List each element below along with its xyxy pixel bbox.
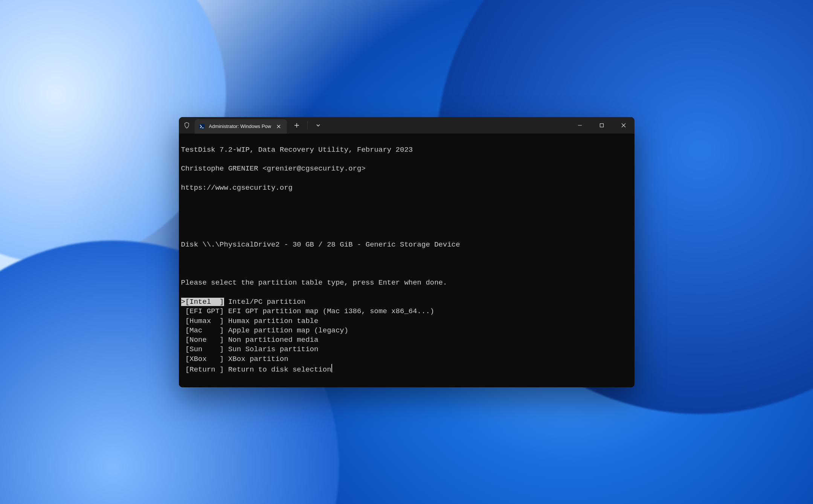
app-author: Christophe GRENIER <grenier@cgsecurity.o…: [181, 164, 632, 174]
menu-item[interactable]: [Sun ] Sun Solaris partition: [181, 345, 632, 354]
text-cursor: [331, 364, 332, 372]
terminal-viewport[interactable]: TestDisk 7.2-WIP, Data Recovery Utility,…: [179, 134, 635, 387]
new-tab-button[interactable]: [290, 119, 304, 132]
window-controls: [569, 117, 635, 134]
minimize-button[interactable]: [569, 117, 591, 134]
window-close-button[interactable]: [613, 117, 635, 134]
tab-title: Administrator: Windows Pow: [209, 123, 271, 129]
app-url: https://www.cgsecurity.org: [181, 183, 632, 193]
blank-line: [181, 202, 632, 212]
admin-shield-icon: [179, 117, 195, 134]
tabstrip-actions: [287, 117, 325, 134]
blank-line: [181, 259, 632, 269]
divider: [307, 121, 308, 129]
menu-item[interactable]: [Mac ] Apple partition map (legacy): [181, 326, 632, 335]
menu-item[interactable]: [Humax ] Humax partition table: [181, 317, 632, 326]
menu-item[interactable]: [XBox ] XBox partition: [181, 355, 632, 364]
terminal-window: Administrator: Windows Pow: [179, 117, 635, 387]
app-header: TestDisk 7.2-WIP, Data Recovery Utility,…: [181, 145, 632, 155]
tabstrip: Administrator: Windows Pow: [179, 117, 325, 134]
menu-item[interactable]: [EFI GPT] EFI GPT partition map (Mac i38…: [181, 307, 632, 316]
tab-close-button[interactable]: [275, 123, 282, 130]
titlebar-drag-region[interactable]: [325, 117, 569, 134]
titlebar[interactable]: Administrator: Windows Pow: [179, 117, 635, 134]
partition-type-menu[interactable]: >[Intel ] Intel/PC partition [EFI GPT] E…: [181, 297, 632, 375]
svg-rect-1: [600, 123, 603, 127]
blank-line: [181, 221, 632, 231]
maximize-button[interactable]: [591, 117, 613, 134]
prompt-line: Please select the partition table type, …: [181, 278, 632, 288]
menu-item[interactable]: [Return ] Return to disk selection: [181, 364, 632, 375]
disk-line: Disk \\.\PhysicalDrive2 - 30 GB / 28 GiB…: [181, 240, 632, 250]
powershell-icon: [198, 123, 205, 130]
tab-dropdown-button[interactable]: [311, 119, 325, 132]
blank-line: [181, 384, 632, 387]
menu-item[interactable]: [None ] Non partitioned media: [181, 335, 632, 345]
menu-item[interactable]: >[Intel ] Intel/PC partition: [181, 297, 632, 307]
tab-powershell[interactable]: Administrator: Windows Pow: [195, 119, 287, 134]
